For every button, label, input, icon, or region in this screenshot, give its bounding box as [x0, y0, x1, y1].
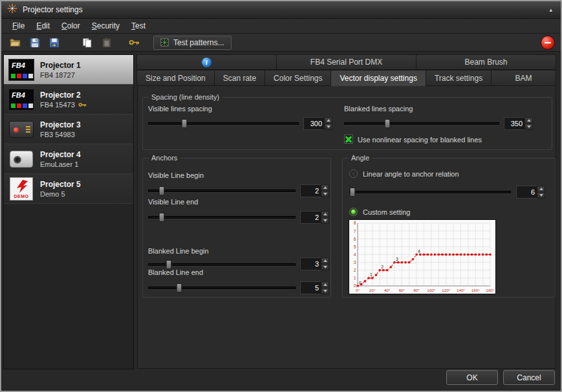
svg-text:80°: 80° [413, 288, 420, 292]
menu-test[interactable]: Test [125, 19, 151, 32]
tab-size-and-position[interactable]: Size and Position [136, 70, 215, 86]
app-icon [7, 3, 17, 16]
tab-fb4-serial-port-dmx[interactable]: FB4 Serial Port DMX [276, 54, 416, 70]
slider-thumb[interactable] [350, 188, 356, 197]
slider-track[interactable] [344, 122, 499, 125]
visible-line-begin-spin: 2 [300, 184, 329, 197]
lock-key-icon [78, 102, 87, 107]
spin-value[interactable]: 5 [300, 281, 321, 294]
svg-text:1: 1 [370, 272, 373, 277]
spin-down-button[interactable] [321, 265, 329, 271]
slider-track[interactable] [349, 191, 511, 193]
window-title: Projector settings [23, 5, 83, 14]
angle-curve-chart[interactable]: 8765432100°20°40°60°80°100°120°140°160°1… [349, 219, 496, 294]
spin-down-button[interactable] [537, 193, 545, 199]
projector-list-item-5[interactable]: DEMO Projector 5 Demo 5 [4, 174, 133, 204]
menu-file[interactable]: File [6, 19, 30, 32]
spin-up-button[interactable] [321, 257, 329, 265]
projector-list-item-3[interactable]: Projector 3 FB3 54983 [4, 114, 133, 144]
spin-up-button[interactable] [321, 184, 329, 191]
svg-text:0°: 0° [356, 288, 360, 292]
svg-text:6: 6 [354, 237, 356, 241]
slider-thumb[interactable] [385, 119, 391, 128]
toolbar: Test patterns... [1, 34, 561, 52]
projector-list-item-1[interactable]: FB4 Projector 1 FB4 18727 [4, 55, 133, 85]
save-to-hardware-button[interactable] [46, 36, 62, 50]
spin-value[interactable]: 300 [303, 117, 324, 130]
linear-angle-slider[interactable] [349, 187, 511, 197]
test-patterns-button[interactable]: Test patterns... [153, 36, 232, 50]
spin-down-button[interactable] [321, 191, 329, 198]
projector-name: Projector 2 [40, 91, 87, 100]
fb3-device-icon [9, 121, 34, 138]
spin-down-button[interactable] [324, 124, 332, 131]
menu-edit[interactable]: Edit [30, 19, 56, 32]
spin-value[interactable]: 6 [516, 186, 537, 199]
laser-output-stop-button[interactable] [541, 36, 555, 50]
linear-angle-radio[interactable] [349, 169, 358, 178]
menu-color[interactable]: Color [56, 19, 86, 32]
slider-thumb[interactable] [176, 283, 182, 292]
tab-track-settings[interactable]: Track settings [426, 70, 492, 86]
slider-track[interactable] [148, 190, 296, 192]
settings-tab-row: Size and Position Scan rate Color Settin… [137, 70, 556, 86]
open-folder-icon [10, 38, 21, 47]
menubar: File Edit Color Security Test [1, 19, 561, 34]
spin-up-button[interactable] [324, 117, 332, 124]
visible-line-begin-slider[interactable] [148, 186, 296, 196]
svg-text:5: 5 [354, 245, 356, 249]
slider-thumb[interactable] [166, 260, 171, 269]
tab-scan-rate[interactable]: Scan rate [214, 70, 265, 86]
spin-value[interactable]: 3 [300, 257, 321, 270]
spin-value[interactable]: 350 [504, 117, 524, 130]
tab-vector-display-settings[interactable]: Vector display settings [330, 70, 426, 86]
spin-up-button[interactable] [537, 186, 545, 193]
cancel-button[interactable]: Cancel [503, 370, 555, 385]
test-pattern-icon [160, 38, 169, 47]
tab-info[interactable]: i [136, 54, 277, 70]
tab-color-settings[interactable]: Color Settings [265, 70, 331, 86]
copy-button[interactable] [79, 36, 95, 50]
custom-setting-radio[interactable] [349, 208, 358, 216]
slider-thumb[interactable] [181, 119, 187, 128]
slider-track[interactable] [148, 216, 296, 219]
vector-display-settings-panel: Spacing (line density) Visible lines spa… [137, 86, 556, 369]
tab-bam[interactable]: BAM [491, 70, 556, 86]
spin-value[interactable]: 2 [300, 211, 321, 224]
slider-thumb[interactable] [158, 213, 164, 222]
svg-text:180°: 180° [486, 288, 495, 292]
open-button[interactable] [7, 36, 23, 50]
custom-setting-label: Custom setting [363, 208, 410, 216]
save-to-hardware-icon [49, 38, 59, 48]
projector-detail: EmuLaser 1 [40, 160, 81, 168]
nonlinear-spacing-checkbox[interactable] [344, 135, 353, 144]
slider-thumb[interactable] [158, 186, 164, 195]
spin-value[interactable]: 2 [300, 184, 321, 197]
projector-list-item-4[interactable]: Projector 4 EmuLaser 1 [4, 144, 133, 174]
spin-down-button[interactable] [321, 218, 329, 224]
projector-list-item-2[interactable]: FB4 Projector 2 FB4 15473 [4, 85, 133, 114]
slider-track[interactable] [148, 122, 299, 125]
visible-line-end-slider[interactable] [148, 212, 296, 223]
security-key-button[interactable] [126, 36, 142, 50]
projector-list: FB4 Projector 1 FB4 18727 FB4 Projector … [3, 54, 134, 369]
svg-text:3: 3 [396, 257, 398, 261]
slider-track[interactable] [148, 287, 296, 289]
save-button[interactable] [27, 36, 43, 50]
svg-text:100°: 100° [427, 288, 435, 292]
ok-button[interactable]: OK [446, 370, 498, 385]
fb4-device-icon: FB4 [8, 89, 34, 111]
menu-security[interactable]: Security [86, 19, 125, 32]
blanked-lines-spacing-slider[interactable] [344, 118, 499, 129]
svg-text:7: 7 [354, 229, 356, 234]
spin-down-button[interactable] [524, 124, 533, 131]
spin-up-button[interactable] [321, 281, 329, 289]
spin-up-button[interactable] [321, 211, 329, 218]
visible-lines-spacing-slider[interactable] [148, 118, 299, 129]
blanked-line-end-slider[interactable] [148, 283, 296, 293]
spin-up-button[interactable] [524, 117, 533, 124]
spin-down-button[interactable] [321, 289, 329, 295]
tab-beam-brush[interactable]: Beam Brush [416, 54, 556, 70]
projector-name: Projector 5 [40, 180, 81, 189]
rollup-button[interactable]: ▴ [546, 5, 555, 14]
